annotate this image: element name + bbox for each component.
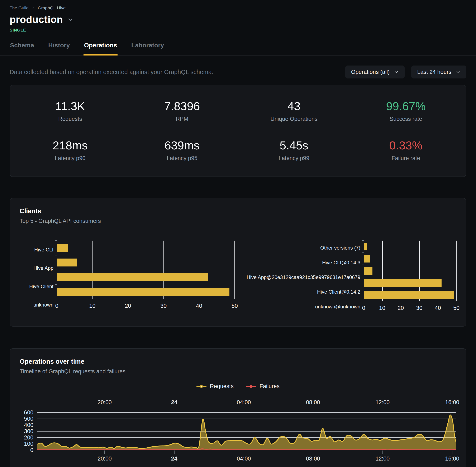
stat-value: 5.45s [238, 139, 350, 152]
stat-label: Success rate [350, 116, 462, 122]
axis-tick-icon [244, 451, 244, 454]
bar [364, 267, 372, 275]
stat-label: Requests [14, 116, 126, 122]
bar-plot-area [364, 241, 456, 301]
period-filter-dropdown[interactable]: Last 24 hours [411, 65, 466, 78]
stat-cell: 5.45sLatency p99 [238, 139, 350, 161]
tab-laboratory[interactable]: Laboratory [131, 42, 164, 55]
stat-label: Latency p95 [126, 155, 238, 161]
stat-value: 99.67% [350, 99, 462, 113]
axis-tick-icon [362, 240, 364, 241]
axis-tick-label: 20 [398, 305, 404, 311]
y-axis-tick-label: 0 [30, 447, 33, 454]
target-selector-chevron-down-icon[interactable] [67, 16, 74, 23]
bar-row [364, 241, 456, 253]
tab-history[interactable]: History [48, 42, 70, 55]
axis-tick-icon [55, 284, 57, 285]
status-badge: SINGLE [10, 28, 466, 33]
page-description: Data collected based on operation execut… [10, 69, 213, 76]
requests-series-marker-icon [197, 384, 207, 389]
x-axis-tick-label: 04:00 [237, 455, 251, 462]
bar-rows [57, 241, 235, 299]
x-axis-tick-label: 04:00 [237, 399, 251, 406]
timeline-y-axis: 0100200300400500600 [20, 399, 37, 464]
bar [364, 279, 442, 287]
bar-category-label: unknown [20, 296, 53, 314]
bar [57, 244, 68, 252]
toolbar: Data collected based on operation execut… [0, 65, 476, 78]
y-axis-tick-label: 600 [24, 409, 33, 416]
x-axis-tick-label: 12:00 [376, 455, 390, 462]
legend-item-failures[interactable]: Failures [246, 383, 279, 389]
axis-tick-label: 10 [89, 303, 95, 309]
axis-tick-icon [55, 255, 57, 255]
x-axis-tick-label: 08:00 [306, 455, 320, 462]
stat-value: 218ms [14, 139, 126, 152]
axis-tick-label: 0 [362, 305, 365, 311]
breadcrumb: The Guild GraphQL Hive [10, 5, 466, 11]
bar-category-label: Hive CLI@0.14.3 [246, 255, 360, 270]
page-header: The Guild GraphQL Hive production SINGLE [0, 5, 476, 33]
stat-label: Latency p90 [14, 155, 126, 161]
chevron-down-icon [456, 69, 461, 75]
bar [364, 255, 370, 262]
bar-category-label: unknown@unknown [246, 299, 360, 314]
axis-tick-icon [313, 451, 313, 454]
y-axis-tick-label: 300 [24, 428, 33, 435]
axis-tick-icon [383, 451, 383, 454]
axis-tick-icon [362, 277, 364, 277]
bar-row [57, 241, 235, 255]
bar-x-axis: 01020304050 [57, 303, 235, 312]
axis-tick-label: 50 [453, 305, 460, 311]
bar-row [364, 253, 456, 265]
chart-legend: Requests Failures [20, 383, 456, 389]
bar-row [57, 255, 235, 270]
stats-panel: 11.3KRequests7.8396RPM43Unique Operation… [10, 85, 466, 177]
axis-tick-label: 20 [125, 303, 131, 309]
stats-grid: 11.3KRequests7.8396RPM43Unique Operation… [14, 99, 462, 161]
timeline-plot-area [37, 413, 456, 450]
stat-label: RPM [126, 116, 238, 122]
operations-filter-value: Operations (all) [351, 69, 390, 75]
stat-value: 7.8396 [126, 99, 238, 113]
bar-x-axis: 01020304050 [364, 305, 456, 314]
axis-tick-icon [55, 270, 57, 270]
bar-category-label: Hive CLI [20, 241, 53, 259]
axis-tick-label: 10 [379, 305, 385, 311]
axis-tick-icon [55, 240, 57, 241]
axis-tick-icon [362, 301, 364, 301]
chevron-right-icon [31, 6, 35, 10]
axis-tick-icon [452, 451, 452, 454]
axis-tick-label: 40 [435, 305, 441, 311]
operations-panel-title: Operations over time [20, 358, 456, 365]
x-axis-tick-label: 24 [171, 399, 177, 406]
stat-cell: 0.33%Failure rate [350, 139, 462, 161]
bar [57, 288, 229, 296]
bar-category-label: Other versions (7) [246, 241, 360, 255]
x-axis-tick-label: 16:00 [445, 455, 459, 462]
operations-filter-dropdown[interactable]: Operations (all) [345, 65, 405, 78]
tab-operations[interactable]: Operations [83, 42, 117, 55]
axis-tick-icon [55, 299, 57, 299]
bar-row [364, 277, 456, 289]
breadcrumb-org[interactable]: The Guild [10, 5, 29, 11]
operations-panel-subtitle: Timeline of GraphQL requests and failure… [20, 368, 456, 375]
stat-cell: 11.3KRequests [14, 99, 126, 122]
axis-tick-icon [362, 265, 364, 265]
timeline-bottom-x-axis: 20:002404:0008:0012:0016:00 [37, 455, 456, 464]
axis-tick-label: 0 [55, 303, 58, 309]
bar [364, 291, 454, 299]
timeline-top-x-axis: 20:002404:0008:0012:0016:00 [37, 399, 456, 408]
tab-bar: Schema History Operations Laboratory [0, 42, 476, 55]
tab-schema[interactable]: Schema [10, 42, 34, 55]
stat-cell: 639msLatency p95 [126, 139, 238, 161]
clients-by-version-chart: Other versions (7)Hive CLI@0.14.3Hive Ap… [246, 241, 456, 314]
stat-value: 639ms [126, 139, 238, 152]
breadcrumb-project[interactable]: GraphQL Hive [38, 5, 66, 11]
clients-panel: Clients Top 5 - GraphQL API consumers Hi… [10, 198, 466, 326]
stat-cell: 99.67%Success rate [350, 99, 462, 122]
bar-row [364, 289, 456, 301]
bar-category-labels: Other versions (7)Hive CLI@0.14.3Hive Ap… [246, 241, 364, 314]
legend-item-requests[interactable]: Requests [197, 383, 234, 389]
stat-value: 0.33% [350, 139, 462, 152]
